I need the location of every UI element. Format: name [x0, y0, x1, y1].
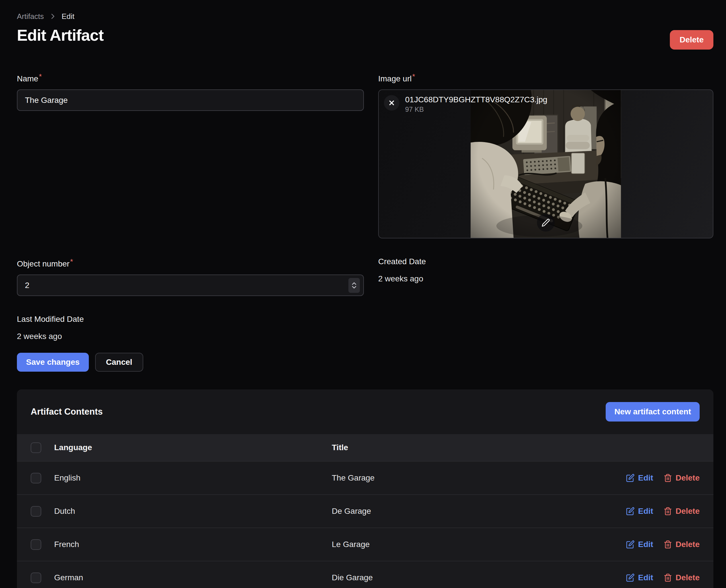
object-number-field-group: Object number*	[17, 257, 364, 296]
row-title: The Garage	[332, 474, 626, 483]
name-label-text: Name	[17, 74, 38, 83]
chevron-up-icon	[351, 282, 357, 285]
edit-artifact-page: Artifacts Edit Edit Artifact Delete Name…	[0, 0, 726, 588]
header-left: Artifacts Edit Edit Artifact	[17, 12, 103, 45]
artifact-form: Name* Image url*	[17, 72, 713, 296]
image-url-label: Image url*	[378, 72, 713, 84]
trash-icon	[664, 474, 672, 482]
image-upload-box: 01JC68DTY9BGHZTT8V88Q2Z7C3.jpg 97 KB	[378, 89, 713, 238]
chevron-down-icon	[351, 286, 357, 289]
object-number-input[interactable]	[17, 274, 364, 296]
row-delete-label: Delete	[676, 474, 700, 483]
row-edit-label: Edit	[638, 573, 653, 582]
last-modified-label: Last Modified Date	[17, 314, 713, 324]
row-edit-button[interactable]: Edit	[626, 540, 653, 549]
image-filesize: 97 KB	[405, 105, 547, 113]
page-title: Edit Artifact	[17, 26, 103, 45]
row-edit-label: Edit	[638, 474, 653, 483]
column-header-language: Language	[54, 443, 332, 452]
created-date-value: 2 weeks ago	[378, 274, 713, 284]
artifact-contents-header: Artifact Contents New artifact content	[17, 390, 713, 434]
edit-square-icon	[626, 540, 635, 549]
row-edit-button[interactable]: Edit	[626, 573, 653, 582]
save-changes-button[interactable]: Save changes	[17, 353, 89, 372]
new-artifact-content-button[interactable]: New artifact content	[606, 402, 700, 421]
remove-image-button[interactable]	[384, 95, 399, 111]
last-modified-group: Last Modified Date 2 weeks ago	[17, 314, 713, 341]
last-modified-value: 2 weeks ago	[17, 332, 713, 341]
row-delete-label: Delete	[676, 540, 700, 549]
table-row: Dutch De Garage Edit Delete	[17, 494, 713, 527]
quantity-stepper[interactable]	[348, 278, 360, 293]
row-title: Die Garage	[332, 573, 626, 582]
trash-icon	[664, 540, 672, 549]
row-checkbox[interactable]	[31, 506, 41, 517]
edit-square-icon	[626, 573, 635, 582]
name-field-group: Name*	[17, 72, 364, 111]
created-date-group: Created Date 2 weeks ago	[378, 257, 713, 284]
breadcrumb-artifacts-link[interactable]: Artifacts	[17, 12, 44, 21]
column-header-title: Title	[332, 443, 700, 452]
row-delete-button[interactable]: Delete	[664, 507, 700, 516]
required-asterisk: *	[412, 72, 415, 81]
row-title: Le Garage	[332, 540, 626, 549]
row-language: French	[54, 540, 332, 549]
row-delete-label: Delete	[676, 507, 700, 516]
delete-artifact-button[interactable]: Delete	[670, 30, 713, 49]
row-actions: Edit Delete	[626, 507, 700, 516]
artifact-contents-card: Artifact Contents New artifact content L…	[17, 390, 713, 588]
row-edit-button[interactable]: Edit	[626, 507, 653, 516]
row-delete-button[interactable]: Delete	[664, 540, 700, 549]
row-checkbox[interactable]	[31, 572, 41, 583]
cancel-button[interactable]: Cancel	[95, 353, 143, 372]
row-language: English	[54, 474, 332, 483]
edit-square-icon	[626, 474, 635, 482]
chevron-right-icon	[49, 13, 57, 20]
row-edit-label: Edit	[638, 507, 653, 516]
row-checkbox[interactable]	[31, 539, 41, 550]
object-number-label-text: Object number	[17, 259, 70, 268]
object-number-label: Object number*	[17, 257, 364, 269]
object-number-wrap	[17, 274, 364, 296]
table-row: French Le Garage Edit Delete	[17, 527, 713, 561]
pencil-icon	[541, 218, 550, 227]
trash-icon	[664, 573, 672, 582]
row-delete-button[interactable]: Delete	[664, 474, 700, 483]
row-edit-button[interactable]: Edit	[626, 474, 653, 483]
table-header-row: Language Title	[17, 434, 713, 461]
breadcrumb: Artifacts Edit	[17, 12, 103, 21]
artifact-contents-title: Artifact Contents	[31, 406, 103, 418]
image-url-label-text: Image url	[378, 74, 412, 83]
close-icon	[388, 99, 396, 107]
row-actions: Edit Delete	[626, 540, 700, 549]
row-checkbox[interactable]	[31, 473, 41, 483]
row-title: De Garage	[332, 507, 626, 516]
edit-image-button[interactable]	[537, 214, 555, 232]
table-row: German Die Garage Edit Delete	[17, 561, 713, 588]
table-row: English The Garage Edit Delete	[17, 461, 713, 494]
image-file-meta: 01JC68DTY9BGHZTT8V88Q2Z7C3.jpg 97 KB	[405, 95, 547, 113]
required-asterisk: *	[70, 257, 73, 266]
required-asterisk: *	[39, 72, 42, 81]
image-field-group: Image url*	[378, 72, 713, 238]
row-language: German	[54, 573, 332, 582]
breadcrumb-current: Edit	[62, 12, 74, 21]
row-delete-button[interactable]: Delete	[664, 573, 700, 582]
row-edit-label: Edit	[638, 540, 653, 549]
row-actions: Edit Delete	[626, 474, 700, 483]
trash-icon	[664, 507, 672, 516]
row-actions: Edit Delete	[626, 573, 700, 582]
form-actions: Save changes Cancel	[17, 353, 713, 372]
edit-square-icon	[626, 507, 635, 516]
image-filename: 01JC68DTY9BGHZTT8V88Q2Z7C3.jpg	[405, 95, 547, 105]
name-label: Name*	[17, 72, 364, 84]
created-date-label: Created Date	[378, 257, 713, 267]
page-header: Artifacts Edit Edit Artifact Delete	[17, 12, 713, 49]
row-delete-label: Delete	[676, 573, 700, 582]
select-all-checkbox[interactable]	[31, 442, 41, 453]
name-input[interactable]	[17, 89, 364, 111]
row-language: Dutch	[54, 507, 332, 516]
